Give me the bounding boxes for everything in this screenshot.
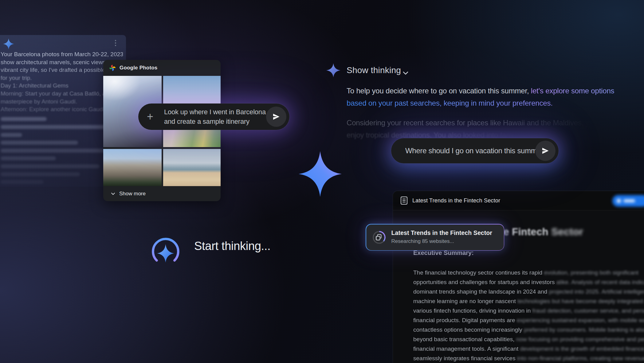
button-label-blur [623,199,635,202]
gemini-star-logo [299,151,342,197]
blurred-text-line [1,149,117,153]
chat-line: Your Barcelona photos from March 20-22, … [1,50,123,58]
thinking-spinner [151,236,181,267]
vacation-prompt-text: Where should I go on vacation this summe… [405,146,547,155]
blurred-text-line [1,117,47,121]
vacation-prompt-pill[interactable]: Where should I go on vacation this summe… [391,138,559,163]
photo-sagrada-familia[interactable] [103,149,162,186]
google-photos-header: Google Photos [103,60,221,76]
send-icon [272,112,281,121]
send-button[interactable] [535,141,556,161]
document-body-text: The financial technology sector continue… [413,268,644,363]
barcelona-prompt-text: Look up where I went in Barcelona and cr… [164,107,266,126]
progress-spinner [372,230,387,245]
document-header-title: Latest Trends in the Fintech Sector [412,197,500,204]
gemini-sparkle-icon [326,63,340,78]
send-icon [541,146,550,155]
plus-icon[interactable]: + [147,111,153,122]
assistant-answer-faded-text: Considering your recent searches for pla… [347,117,623,141]
chevron-down-icon[interactable] [401,69,410,77]
assistant-answer-text: To help you decide where to go on vacati… [347,85,623,109]
google-photos-title: Google Photos [120,65,157,71]
gemini-sparkle-icon [157,244,174,263]
blurred-text-line [1,133,22,137]
research-progress-toast[interactable]: Latest Trends in the Fintech Sector Rese… [366,224,504,251]
document-header: Latest Trends in the Fintech Sector [393,191,644,210]
gemini-sparkle-icon [3,38,14,50]
document-action-button[interactable] [612,195,644,207]
more-vert-icon[interactable] [115,40,116,46]
photo-barceloneta-beach[interactable] [163,149,221,186]
blurred-text-line [1,180,44,184]
pages-icon [376,234,381,240]
button-icon [617,199,621,203]
document-icon [400,196,408,205]
blurred-text-line [1,141,78,145]
barcelona-prompt-pill[interactable]: + Look up where I went in Barcelona and … [138,103,289,130]
start-thinking-label: Start thinking... [194,240,270,253]
toast-title: Latest Trends in the Fintech Sector [391,229,493,236]
chevron-down-icon [110,191,116,197]
send-button[interactable] [266,107,286,127]
toast-subtitle: Researching 85 websites... [391,238,454,244]
google-photos-card: Google Photos Show more [103,60,221,201]
show-more-button[interactable]: Show more [103,186,221,201]
show-more-label: Show more [119,191,146,197]
show-thinking-toggle[interactable]: Show thinking [347,65,401,75]
blurred-text-line [1,164,100,168]
photo-park-guell-bench[interactable] [163,129,221,147]
gemini-promo-screen: Your Barcelona photos from March 20-22, … [0,0,644,363]
blurred-text-line [1,156,56,160]
blurred-text-line [1,172,80,176]
fintech-document-panel: Latest Trends in the Fintech Sector Late… [393,191,644,363]
google-photos-icon [109,64,116,72]
